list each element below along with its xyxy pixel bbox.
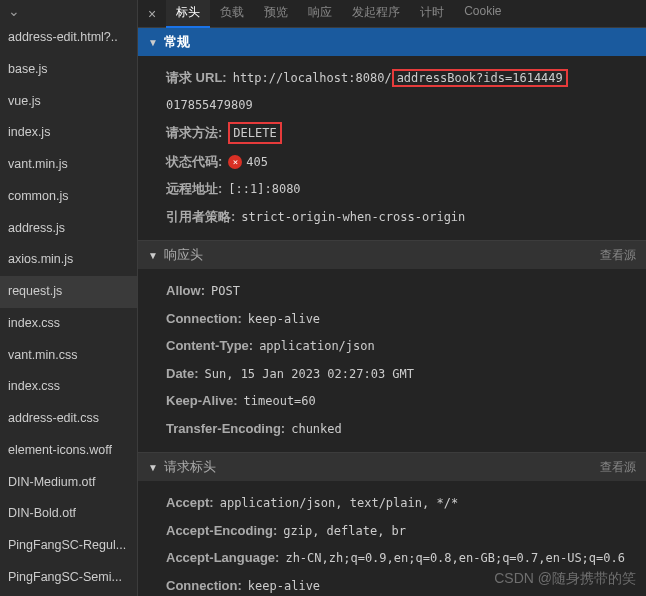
header-value: zh-CN,zh;q=0.9,en;q=0.8,en-GB;q=0.7,en-U…: [285, 549, 625, 567]
status-code-label: 状态代码:: [166, 152, 222, 172]
referrer-policy-value: strict-origin-when-cross-origin: [241, 208, 465, 226]
request-method-value: DELETE: [228, 122, 281, 144]
header-key: Date:: [166, 364, 199, 384]
file-item[interactable]: address.js: [0, 213, 137, 245]
header-key: Transfer-Encoding:: [166, 419, 285, 439]
request-method-label: 请求方法:: [166, 123, 222, 143]
header-value: keep-alive: [248, 310, 320, 328]
file-item[interactable]: address-edit.html?..: [0, 22, 137, 54]
section-general-title: 常规: [164, 33, 190, 51]
chevron-down-icon: ⌄: [0, 0, 137, 22]
tab-2[interactable]: 预览: [254, 0, 298, 28]
file-item[interactable]: DIN-Bold.otf: [0, 498, 137, 530]
header-row: Transfer-Encoding:chunked: [166, 415, 646, 443]
file-item[interactable]: axios.min.js: [0, 244, 137, 276]
request-url-value: http://localhost:8080/addressBook?ids=16…: [233, 69, 568, 87]
file-item[interactable]: vant.min.js: [0, 149, 137, 181]
tab-4[interactable]: 发起程序: [342, 0, 410, 28]
error-dot-icon: ×: [228, 155, 242, 169]
file-item[interactable]: index.css: [0, 308, 137, 340]
request-url-continue: 017855479809: [166, 96, 253, 114]
section-general-header[interactable]: ▼ 常规: [138, 28, 646, 56]
header-value: keep-alive: [248, 577, 320, 595]
file-item[interactable]: DIN-Medium.otf: [0, 467, 137, 499]
tab-5[interactable]: 计时: [410, 0, 454, 28]
header-value: Sun, 15 Jan 2023 02:27:03 GMT: [205, 365, 415, 383]
section-response-headers: ▼ 响应头 查看源 Allow:POSTConnection:keep-aliv…: [138, 241, 646, 453]
tab-1[interactable]: 负载: [210, 0, 254, 28]
main-panel: × 标头负载预览响应发起程序计时Cookie ▼ 常规 请求 URL: http…: [138, 0, 646, 596]
view-source-link[interactable]: 查看源: [600, 459, 636, 476]
header-value: POST: [211, 282, 240, 300]
header-row: Accept-Encoding:gzip, deflate, br: [166, 517, 646, 545]
header-row: Date:Sun, 15 Jan 2023 02:27:03 GMT: [166, 360, 646, 388]
close-icon[interactable]: ×: [138, 6, 166, 22]
triangle-down-icon: ▼: [148, 37, 158, 48]
request-headers-header[interactable]: ▼ 请求标头 查看源: [138, 453, 646, 481]
file-item[interactable]: element-icons.woff: [0, 435, 137, 467]
file-item[interactable]: base.js: [0, 54, 137, 86]
status-code-value: ×405: [228, 153, 268, 171]
file-item[interactable]: request.js: [0, 276, 137, 308]
file-sidebar: ⌄ address-edit.html?..base.jsvue.jsindex…: [0, 0, 138, 596]
url-highlight: addressBook?ids=1614449: [392, 69, 568, 87]
header-key: Connection:: [166, 309, 242, 329]
tab-0[interactable]: 标头: [166, 0, 210, 28]
tab-3[interactable]: 响应: [298, 0, 342, 28]
tab-6[interactable]: Cookie: [454, 0, 511, 28]
header-value: chunked: [291, 420, 342, 438]
triangle-down-icon: ▼: [148, 250, 158, 261]
header-value: application/json: [259, 337, 375, 355]
header-key: Keep-Alive:: [166, 391, 238, 411]
view-source-link[interactable]: 查看源: [600, 247, 636, 264]
header-key: Connection:: [166, 576, 242, 596]
header-row: Keep-Alive:timeout=60: [166, 387, 646, 415]
file-item[interactable]: address-edit.css: [0, 403, 137, 435]
request-url-label: 请求 URL:: [166, 68, 227, 88]
file-item[interactable]: index.js: [0, 117, 137, 149]
request-headers-title: 请求标头: [164, 458, 554, 476]
file-item[interactable]: PingFangSC-Regul...: [0, 530, 137, 562]
header-row: Accept:application/json, text/plain, */*: [166, 489, 646, 517]
header-row: Content-Type:application/json: [166, 332, 646, 360]
header-value: timeout=60: [244, 392, 316, 410]
header-value: gzip, deflate, br: [283, 522, 406, 540]
file-item[interactable]: common.js: [0, 181, 137, 213]
remote-address-label: 远程地址:: [166, 179, 222, 199]
file-item[interactable]: vant.min.css: [0, 340, 137, 372]
header-row: Accept-Language:zh-CN,zh;q=0.9,en;q=0.8,…: [166, 544, 646, 572]
file-item[interactable]: PingFangSC-Semi...: [0, 562, 137, 594]
tab-bar: × 标头负载预览响应发起程序计时Cookie: [138, 0, 646, 28]
triangle-down-icon: ▼: [148, 462, 158, 473]
watermark: CSDN @随身携带的笑: [494, 570, 636, 588]
header-value: application/json, text/plain, */*: [220, 494, 458, 512]
header-key: Accept-Language:: [166, 548, 279, 568]
response-headers-header[interactable]: ▼ 响应头 查看源: [138, 241, 646, 269]
header-row: Connection:keep-alive: [166, 305, 646, 333]
header-key: Accept:: [166, 493, 214, 513]
remote-address-value: [::1]:8080: [228, 180, 300, 198]
response-headers-title: 响应头: [164, 246, 554, 264]
header-key: Accept-Encoding:: [166, 521, 277, 541]
header-row: Allow:POST: [166, 277, 646, 305]
file-item[interactable]: vue.js: [0, 86, 137, 118]
file-item[interactable]: index.css: [0, 371, 137, 403]
header-key: Content-Type:: [166, 336, 253, 356]
referrer-policy-label: 引用者策略:: [166, 207, 235, 227]
section-general: ▼ 常规 请求 URL: http://localhost:8080/addre…: [138, 28, 646, 241]
header-key: Allow:: [166, 281, 205, 301]
